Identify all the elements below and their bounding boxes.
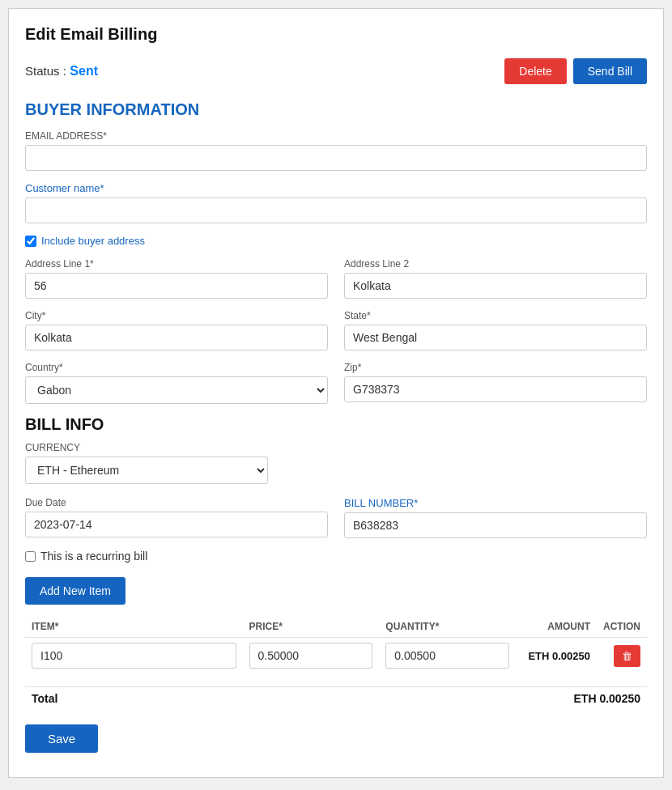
email-label: EMAIL ADDRESS* (25, 130, 647, 142)
currency-select[interactable]: ETH - Ethereum (25, 457, 268, 484)
state-label: State* (344, 310, 647, 321)
zip-label: Zip* (344, 362, 647, 373)
delete-button[interactable]: Delete (504, 58, 566, 84)
due-date-group: Due Date (25, 497, 328, 538)
bill-number-group: BILL NUMBER* (344, 497, 647, 538)
currency-select-wrap: ETH - Ethereum (25, 457, 268, 484)
col-quantity-header: QUANTITY* (379, 616, 516, 638)
currency-group: CURRENCY ETH - Ethereum (25, 442, 647, 484)
recurring-label[interactable]: This is a recurring bill (40, 550, 147, 563)
save-button[interactable]: Save (25, 724, 98, 753)
include-buyer-address-label[interactable]: Include buyer address (41, 235, 145, 247)
buyer-information-section: BUYER INFORMATION EMAIL ADDRESS* Custome… (25, 100, 647, 404)
buyer-info-title-plain: BUYER (25, 100, 87, 118)
due-date-bill-number-row: Due Date BILL NUMBER* (25, 497, 647, 538)
total-label: Total (32, 692, 57, 705)
address-line1-input[interactable] (25, 273, 328, 299)
bill-number-label: BILL NUMBER* (344, 497, 647, 509)
city-input[interactable] (25, 325, 328, 350)
city-state-row: City* State* (25, 310, 647, 350)
total-row: Total ETH 0.00250 (25, 686, 647, 710)
country-select[interactable]: Gabon (25, 376, 328, 404)
customer-name-field-group: Customer name* (25, 182, 647, 223)
add-new-item-button[interactable]: Add New Item (25, 577, 125, 605)
email-input[interactable] (25, 145, 647, 171)
item-price-input[interactable] (249, 643, 373, 669)
due-date-label: Due Date (25, 497, 328, 508)
state-input[interactable] (344, 325, 647, 350)
include-buyer-address-row: Include buyer address (25, 235, 647, 247)
country-zip-row: Country* Gabon Zip* (25, 362, 647, 404)
page-container: Edit Email Billing Status : Sent Delete … (8, 8, 664, 778)
customer-name-label: Customer name* (25, 182, 647, 194)
delete-row-button[interactable]: 🗑 (614, 645, 640, 667)
item-amount: ETH 0.00250 (528, 650, 590, 662)
item-quantity-input[interactable] (385, 643, 509, 669)
zip-group: Zip* (344, 362, 647, 404)
buyer-info-title: BUYER INFORMATION (25, 100, 647, 119)
send-bill-button[interactable]: Send Bill (573, 58, 647, 84)
status-value: Sent (70, 64, 98, 78)
items-table: ITEM* PRICE* QUANTITY* AMOUNT ACTION ETH… (25, 616, 647, 673)
country-label: Country* (25, 362, 328, 373)
state-group: State* (344, 310, 647, 350)
bill-info-title: BILL INFO (25, 415, 647, 434)
email-field-group: EMAIL ADDRESS* (25, 130, 647, 171)
bill-info-section: BILL INFO CURRENCY ETH - Ethereum Due Da… (25, 415, 647, 753)
recurring-bill-row: This is a recurring bill (25, 550, 647, 563)
col-action-header: ACTION (597, 616, 647, 638)
address-line2-label: Address Line 2 (344, 258, 647, 270)
due-date-input[interactable] (25, 512, 328, 537)
page-title: Edit Email Billing (25, 25, 647, 44)
address-line2-group: Address Line 2 (344, 258, 647, 299)
city-label: City* (25, 310, 328, 321)
item-name-input[interactable] (32, 643, 236, 669)
city-group: City* (25, 310, 328, 350)
address-line1-group: Address Line 1* (25, 258, 328, 299)
address-lines-row: Address Line 1* Address Line 2 (25, 258, 647, 299)
table-row: ETH 0.00250 🗑 (25, 638, 647, 674)
status-row: Status : Sent Delete Send Bill (25, 58, 647, 84)
address-line1-label: Address Line 1* (25, 258, 328, 270)
col-item-header: ITEM* (25, 616, 243, 638)
total-value: ETH 0.00250 (574, 692, 641, 705)
country-group: Country* Gabon (25, 362, 328, 404)
status-display: Status : Sent (25, 64, 98, 79)
buyer-info-title-blue: INFORMATION (87, 100, 200, 118)
zip-input[interactable] (344, 376, 647, 402)
bill-number-input[interactable] (344, 512, 647, 538)
col-amount-header: AMOUNT (516, 616, 597, 638)
currency-label: CURRENCY (25, 442, 647, 453)
status-buttons: Delete Send Bill (504, 58, 647, 84)
customer-name-input[interactable] (25, 198, 647, 223)
col-price-header: PRICE* (243, 616, 380, 638)
recurring-checkbox[interactable] (25, 551, 36, 562)
include-buyer-address-checkbox[interactable] (25, 236, 36, 247)
status-label: Status : (25, 64, 66, 78)
address-line2-input[interactable] (344, 273, 647, 299)
